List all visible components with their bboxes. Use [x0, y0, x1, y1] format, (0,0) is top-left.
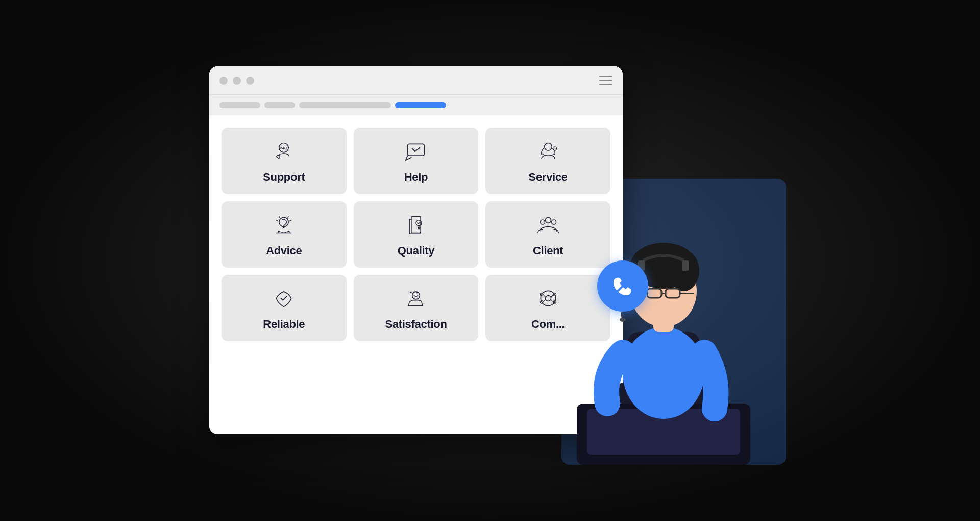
svg-point-25 — [623, 327, 704, 419]
call-end-icon — [610, 274, 635, 298]
svg-point-6 — [283, 227, 285, 228]
address-seg-2 — [264, 102, 295, 108]
browser-addressbar — [209, 95, 623, 115]
reliable-icon — [273, 287, 295, 312]
scene: 24/7 Support Help — [209, 36, 771, 485]
svg-rect-7 — [411, 217, 421, 233]
card-quality[interactable]: Quality — [354, 201, 479, 268]
call-end-button[interactable] — [597, 260, 648, 312]
card-help[interactable]: Help — [354, 128, 479, 194]
browser-titlebar — [209, 66, 623, 95]
reliable-label: Reliable — [263, 318, 305, 331]
card-satisfaction[interactable]: ✦✦✦ Satisfaction — [354, 275, 479, 341]
address-seg-active — [395, 102, 446, 108]
advice-label: Advice — [266, 244, 302, 257]
card-advice[interactable]: Advice — [222, 201, 347, 268]
svg-text:✦✦✦: ✦✦✦ — [409, 290, 419, 295]
address-seg-1 — [219, 102, 260, 108]
help-label: Help — [404, 171, 428, 184]
advice-icon — [273, 214, 295, 238]
help-icon — [405, 140, 427, 164]
window-dot-green — [246, 77, 254, 85]
quality-label: Quality — [398, 244, 434, 257]
address-seg-3 — [299, 102, 391, 108]
satisfaction-label: Satisfaction — [385, 318, 447, 331]
window-dot-yellow — [233, 77, 241, 85]
support-label: Support — [263, 171, 305, 184]
support-icon: 24/7 — [273, 140, 295, 164]
hamburger-line-2 — [599, 80, 612, 81]
svg-rect-2 — [407, 144, 424, 156]
quality-icon — [405, 214, 427, 238]
svg-rect-39 — [682, 260, 689, 271]
svg-text:24/7: 24/7 — [280, 146, 287, 150]
card-reliable[interactable]: Reliable — [222, 275, 347, 341]
hamburger-line-3 — [599, 84, 612, 85]
window-dots — [219, 77, 254, 85]
card-support[interactable]: 24/7 Support — [222, 128, 347, 194]
agent-figure — [536, 138, 791, 485]
svg-point-37 — [620, 318, 626, 322]
hamburger-menu[interactable] — [599, 76, 612, 85]
satisfaction-icon: ✦✦✦ — [405, 287, 427, 312]
window-dot-red — [219, 77, 228, 85]
hamburger-line-1 — [599, 76, 612, 77]
